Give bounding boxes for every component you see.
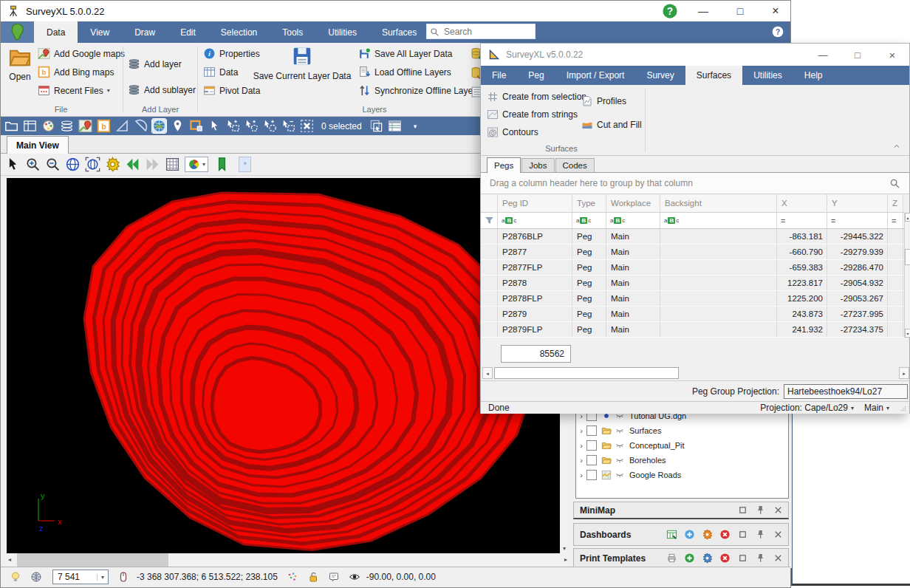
dialog-menu-peg[interactable]: Peg [517,66,555,85]
ribbon-tab-selection[interactable]: Selection [208,21,270,43]
restore-icon[interactable] [737,505,748,516]
minimap-panel-header[interactable]: MiniMap [573,502,789,519]
toolbar-overflow-caret[interactable]: ▾ [414,123,417,130]
ribbon-tab-data[interactable]: Data [34,21,78,43]
filter-workplace[interactable]: aBc [606,213,660,228]
create-from-strings-button[interactable]: Create from strings [487,106,586,123]
restore-icon[interactable] [737,553,748,564]
table-row[interactable]: P2879PegMain243.873-27237.995 [481,307,904,322]
pin-icon[interactable] [755,505,766,516]
dialog-maximize-button[interactable]: □ [846,49,869,61]
globe-blue-icon[interactable] [65,157,81,172]
tree-item-google-roads[interactable]: › Google Roads [576,468,788,482]
select-rect-icon[interactable] [226,119,240,133]
lightbulb-icon[interactable] [10,571,21,583]
scrollbar-thumb[interactable] [17,553,168,567]
add-green-icon[interactable] [684,553,695,564]
dialog-menu-surfaces[interactable]: Surfaces [685,66,742,85]
pin-icon[interactable] [755,529,766,540]
data-table-white-icon[interactable] [23,119,37,133]
gear-yellow-icon[interactable] [105,157,120,172]
prev-green-icon[interactable] [125,157,140,172]
combo-caret-icon[interactable]: ▾ [97,574,108,581]
visibility-checkbox[interactable] [586,440,597,451]
layers-white-icon[interactable] [60,119,74,133]
recent-files-button[interactable]: Recent Files▾ [38,81,125,100]
print-templates-panel-header[interactable]: Print Templates [573,548,789,568]
cursor-black-icon[interactable] [5,157,21,172]
column-header-z[interactable]: Z [888,194,903,212]
protractor-icon[interactable] [134,119,148,133]
peg-group-projection-field[interactable]: Hartebeesthoek94/Lo27 [784,384,908,399]
filter-x[interactable]: = [777,213,827,228]
dialog-tab-jobs[interactable]: Jobs [521,158,554,172]
ribbon-tab-surfaces[interactable]: Surfaces [369,21,429,43]
frame-orange-icon[interactable] [189,119,203,133]
unlock-icon[interactable] [307,571,319,583]
tree-item-boreholes[interactable]: › Boreholes [576,453,788,468]
column-header-peg-id[interactable]: Peg ID [498,194,572,212]
dialog-tab-codes[interactable]: Codes [555,158,595,172]
eye-closed-icon[interactable] [615,426,625,435]
scrollbar-thumb[interactable] [494,367,679,379]
tree-item-conceptual-pit[interactable]: › Conceptual_Pit [576,438,788,453]
scrollbar-thumb[interactable] [905,249,910,265]
ribbon-tab-view[interactable]: View [78,21,122,43]
note-icon[interactable] [328,571,340,583]
add-google-maps-button[interactable]: Add Google maps [38,44,125,63]
clear-selection-x-icon[interactable] [300,119,314,133]
view-dropdown[interactable]: Main [864,403,883,413]
resize-grip[interactable] [900,404,907,411]
maximize-button[interactable]: □ [731,3,750,19]
add-layer-button[interactable]: Add layer [128,55,196,73]
add-sublayer-button[interactable]: Add sublayer [128,81,196,99]
filter-icon[interactable] [485,216,494,225]
ribbon-search-box[interactable] [426,24,536,39]
chevron-down-icon[interactable]: ▾ [851,405,854,411]
record-count-field[interactable]: 85562 [501,345,571,363]
copy-view-icon[interactable] [369,119,383,133]
dialog-menu-import-export[interactable]: Import / Export [555,66,636,85]
next-gray-icon[interactable] [145,157,160,172]
layer-table-icon[interactable] [388,119,402,133]
minimize-button[interactable]: — [694,3,713,19]
synchronize-offline-layers-button[interactable]: Synchronize Offline Layers [358,81,480,100]
load-offline-layers-button[interactable]: Load Offline Layers [358,63,480,81]
cursor-white-icon[interactable] [208,119,222,133]
map-pin-white-icon[interactable] [171,119,185,133]
scroll-down-icon[interactable]: ▾ [905,329,910,338]
dashboards-panel-header[interactable]: Dashboards [573,523,789,546]
dialog-menu-survey[interactable]: Survey [635,66,685,85]
expander-icon[interactable]: › [576,441,586,450]
snap-points-icon[interactable] [287,571,298,583]
column-header-x[interactable]: X [777,194,827,212]
column-header-y[interactable]: Y [827,194,888,212]
pivot-data-button[interactable]: Pivot Data [203,81,260,100]
gear-blue-icon[interactable] [702,553,713,564]
eye-icon[interactable] [349,571,360,583]
select-lasso-icon[interactable] [263,119,277,133]
zoom-in-icon[interactable] [25,157,41,172]
google-maps-icon[interactable] [78,119,92,133]
table-horizontal-scrollbar[interactable]: ◂ ▸ [482,367,909,380]
close-icon[interactable] [773,529,784,540]
eye-closed-icon[interactable] [615,471,625,479]
table-row[interactable]: P2878FLPPegMain1225.200-29053.267 [481,291,904,307]
select-fence-icon[interactable] [244,119,259,133]
table-search-icon[interactable] [889,178,900,189]
display-style-dropdown[interactable]: ▾ [185,157,208,172]
save-current-layer-data-button[interactable]: Save Current Layer Data [250,45,354,81]
filter-y[interactable]: = [827,213,888,228]
visibility-checkbox[interactable] [586,470,597,480]
table-row[interactable]: P2876BLPPegMain-863.181-29445.322 [481,229,904,245]
ribbon-tab-utilities[interactable]: Utilities [315,21,369,43]
tab-main-view[interactable]: Main View [7,136,69,154]
remove-red-icon[interactable] [719,553,731,564]
expander-icon[interactable]: › [576,426,586,435]
search-input[interactable] [442,26,527,38]
table-row[interactable]: P2877PegMain-660.790-29279.939 [481,245,904,260]
cut-and-fill-button[interactable]: Cut and Fill [581,116,642,134]
table-row[interactable]: P2877FLPPegMain-659.383-29286.470 [481,260,904,276]
help-button[interactable]: ? [662,3,678,19]
world-icon[interactable] [30,571,42,583]
